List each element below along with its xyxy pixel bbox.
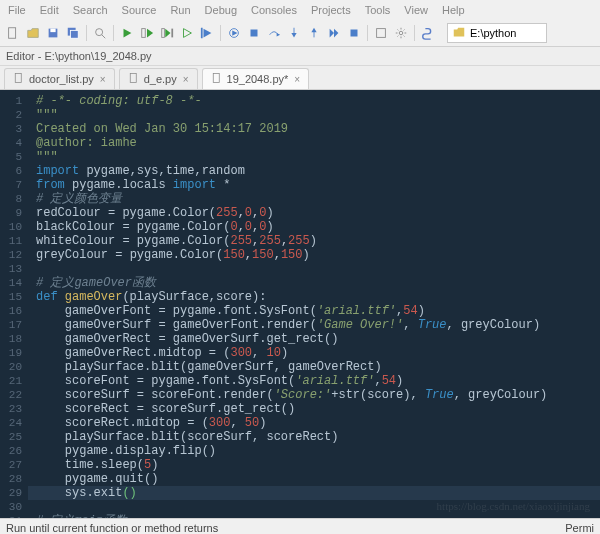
svg-rect-12 [171, 29, 173, 38]
code-line[interactable]: whiteColour = pygame.Color(255,255,255) [28, 234, 600, 248]
code-line[interactable]: # 定义颜色变量 [28, 192, 600, 206]
code-line[interactable]: # 定义gameOver函数 [28, 276, 600, 290]
stop-button[interactable] [245, 24, 263, 42]
open-button[interactable] [24, 24, 42, 42]
code-line[interactable]: gameOverRect = gameOverSurf.get_rect() [28, 332, 600, 346]
file-icon [13, 72, 25, 86]
debug-stop-button[interactable] [345, 24, 363, 42]
svg-rect-8 [142, 29, 146, 38]
step-over-button[interactable] [265, 24, 283, 42]
code-line[interactable]: scoreRect.midtop = (300, 50) [28, 416, 600, 430]
code-line[interactable]: def gameOver(playSurface,score): [28, 290, 600, 304]
working-directory-selector[interactable]: E:\python [447, 23, 547, 43]
run-button[interactable] [118, 24, 136, 42]
run-cell-button[interactable] [138, 24, 156, 42]
svg-rect-27 [377, 29, 386, 38]
code-line[interactable]: import pygame,sys,time,random [28, 164, 600, 178]
menu-consoles[interactable]: Consoles [247, 2, 301, 18]
tab-label: 19_2048.py* [227, 73, 289, 85]
close-tab-button[interactable]: × [183, 74, 189, 85]
settings-button[interactable] [392, 24, 410, 42]
code-line[interactable]: Created on Wed Jan 30 15:14:17 2019 [28, 122, 600, 136]
menu-view[interactable]: View [400, 2, 432, 18]
run-cell-advance-button[interactable] [158, 24, 176, 42]
menu-run[interactable]: Run [166, 2, 194, 18]
menu-edit[interactable]: Edit [36, 2, 63, 18]
debug-run-button[interactable] [225, 24, 243, 42]
menu-help[interactable]: Help [438, 2, 469, 18]
line-number: 12 [4, 248, 22, 262]
editor-tab[interactable]: 19_2048.py*× [202, 68, 310, 89]
menu-tools[interactable]: Tools [361, 2, 395, 18]
line-number: 7 [4, 178, 22, 192]
save-all-button[interactable] [64, 24, 82, 42]
menu-search[interactable]: Search [69, 2, 112, 18]
code-line[interactable]: from pygame.locals import * [28, 178, 600, 192]
svg-rect-4 [70, 30, 78, 38]
code-line[interactable]: playSurface.blit(scoreSurf, scoreRect) [28, 430, 600, 444]
code-area[interactable]: # -*- coding: utf-8 -*-"""Created on Wed… [28, 90, 600, 518]
code-line[interactable]: blackColour = pygame.Color(0,0,0) [28, 220, 600, 234]
line-number: 30 [4, 500, 22, 514]
line-number: 2 [4, 108, 22, 122]
editor-tabs: doctor_list.py×d_e.py×19_2048.py*× [0, 66, 600, 90]
menu-projects[interactable]: Projects [307, 2, 355, 18]
code-line[interactable]: @author: iamhe [28, 136, 600, 150]
code-line[interactable]: sys.exit() [28, 486, 600, 500]
close-tab-button[interactable]: × [100, 74, 106, 85]
code-line[interactable]: # 定义main函数 [28, 514, 600, 518]
menu-source[interactable]: Source [118, 2, 161, 18]
code-line[interactable]: gameOverFont = pygame.font.SysFont('aria… [28, 304, 600, 318]
code-line[interactable]: gameOverRect.midtop = (300, 10) [28, 346, 600, 360]
code-line[interactable]: """ [28, 108, 600, 122]
editor-tab[interactable]: d_e.py× [119, 68, 198, 89]
continue-button[interactable] [325, 24, 343, 42]
code-line[interactable]: pygame.quit() [28, 472, 600, 486]
code-line[interactable] [28, 262, 600, 276]
code-line[interactable]: gameOverSurf = gameOverFont.render('Game… [28, 318, 600, 332]
svg-marker-14 [204, 29, 212, 38]
svg-point-28 [399, 31, 403, 35]
code-line[interactable]: scoreSurf = scoreFont.render('Score:'+st… [28, 388, 600, 402]
code-line[interactable]: scoreFont = pygame.font.SysFont('arial.t… [28, 374, 600, 388]
new-file-button[interactable] [4, 24, 22, 42]
code-line[interactable]: pygame.display.flip() [28, 444, 600, 458]
maximize-button[interactable] [372, 24, 390, 42]
code-line[interactable]: playSurface.blit(gameOverSurf, gameOverR… [28, 360, 600, 374]
line-number: 20 [4, 360, 22, 374]
line-number: 6 [4, 164, 22, 178]
code-line[interactable]: time.sleep(5) [28, 458, 600, 472]
code-line[interactable]: # -*- coding: utf-8 -*- [28, 94, 600, 108]
close-tab-button[interactable]: × [294, 74, 300, 85]
separator [113, 25, 114, 41]
line-number: 29 [4, 486, 22, 500]
step-out-button[interactable] [305, 24, 323, 42]
line-number: 18 [4, 332, 22, 346]
status-message: Run until current function or method ret… [6, 522, 218, 534]
svg-marker-17 [232, 30, 237, 35]
code-editor[interactable]: 1234567891011121314151617181920212223242… [0, 90, 600, 518]
code-line[interactable]: """ [28, 150, 600, 164]
menu-bar: FileEditSearchSourceRunDebugConsolesProj… [0, 0, 600, 20]
code-line[interactable]: greyColour = pygame.Color(150,150,150) [28, 248, 600, 262]
search-button[interactable] [91, 24, 109, 42]
step-into-button[interactable] [285, 24, 303, 42]
editor-tab[interactable]: doctor_list.py× [4, 68, 115, 89]
line-number: 28 [4, 472, 22, 486]
line-number: 17 [4, 318, 22, 332]
svg-rect-2 [50, 29, 55, 33]
menu-file[interactable]: File [4, 2, 30, 18]
svg-marker-11 [165, 29, 170, 38]
pythonpath-button[interactable] [419, 24, 437, 42]
save-button[interactable] [44, 24, 62, 42]
debug-button[interactable] [198, 24, 216, 42]
svg-marker-7 [124, 29, 132, 38]
line-number: 8 [4, 192, 22, 206]
file-icon [211, 72, 223, 86]
code-line[interactable]: redColour = pygame.Color(255,0,0) [28, 206, 600, 220]
code-line[interactable]: scoreRect = scoreSurf.get_rect() [28, 402, 600, 416]
line-number: 10 [4, 220, 22, 234]
menu-debug[interactable]: Debug [201, 2, 241, 18]
separator [220, 25, 221, 41]
run-selection-button[interactable] [178, 24, 196, 42]
